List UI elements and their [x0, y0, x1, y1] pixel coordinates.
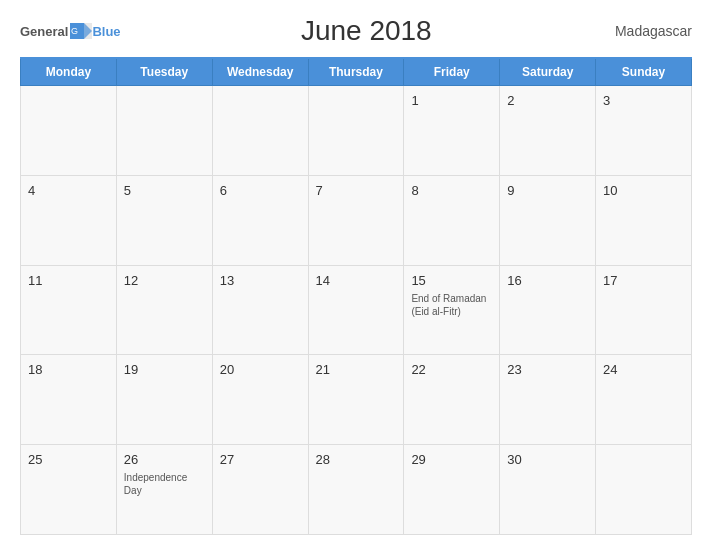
cell-w5-d3: 27: [212, 445, 308, 535]
day-number: 27: [220, 452, 234, 467]
day-number: 8: [411, 183, 418, 198]
cell-w1-d6: 2: [500, 86, 596, 176]
cell-w2-d4: 7: [308, 175, 404, 265]
day-number: 16: [507, 273, 521, 288]
country-label: Madagascar: [612, 23, 692, 39]
logo-blue-text: Blue: [92, 24, 120, 39]
cell-w3-d1: 11: [21, 265, 117, 355]
cell-w2-d5: 8: [404, 175, 500, 265]
day-event: Independence Day: [124, 471, 205, 497]
cell-w1-d1: [21, 86, 117, 176]
logo-flag-icon: G: [70, 23, 92, 39]
day-number: 10: [603, 183, 617, 198]
day-number: 20: [220, 362, 234, 377]
cell-w5-d5: 29: [404, 445, 500, 535]
day-number: 23: [507, 362, 521, 377]
cell-w1-d3: [212, 86, 308, 176]
cell-w4-d5: 22: [404, 355, 500, 445]
day-number: 12: [124, 273, 138, 288]
cell-w1-d4: [308, 86, 404, 176]
day-number: 26: [124, 452, 138, 467]
day-number: 7: [316, 183, 323, 198]
week-row-4: 18192021222324: [21, 355, 692, 445]
cell-w1-d5: 1: [404, 86, 500, 176]
day-number: 14: [316, 273, 330, 288]
cell-w4-d2: 19: [116, 355, 212, 445]
days-header-row: Monday Tuesday Wednesday Thursday Friday…: [21, 58, 692, 86]
cell-w5-d4: 28: [308, 445, 404, 535]
day-number: 6: [220, 183, 227, 198]
svg-text:G: G: [71, 26, 78, 36]
day-number: 13: [220, 273, 234, 288]
cell-w3-d5: 15End of Ramadan (Eid al-Fitr): [404, 265, 500, 355]
day-number: 9: [507, 183, 514, 198]
calendar-table: Monday Tuesday Wednesday Thursday Friday…: [20, 57, 692, 535]
cell-w5-d2: 26Independence Day: [116, 445, 212, 535]
day-number: 17: [603, 273, 617, 288]
cell-w2-d6: 9: [500, 175, 596, 265]
cell-w1-d2: [116, 86, 212, 176]
cell-w3-d6: 16: [500, 265, 596, 355]
day-number: 3: [603, 93, 610, 108]
header-monday: Monday: [21, 58, 117, 86]
cell-w5-d1: 25: [21, 445, 117, 535]
day-number: 30: [507, 452, 521, 467]
day-number: 4: [28, 183, 35, 198]
day-number: 2: [507, 93, 514, 108]
header-tuesday: Tuesday: [116, 58, 212, 86]
day-number: 19: [124, 362, 138, 377]
day-number: 28: [316, 452, 330, 467]
cell-w4-d6: 23: [500, 355, 596, 445]
calendar-page: General G Blue June 2018 Madagascar Mond…: [0, 0, 712, 550]
day-number: 24: [603, 362, 617, 377]
cell-w2-d2: 5: [116, 175, 212, 265]
cell-w2-d7: 10: [596, 175, 692, 265]
cell-w4-d7: 24: [596, 355, 692, 445]
cell-w5-d6: 30: [500, 445, 596, 535]
day-number: 15: [411, 273, 425, 288]
cell-w2-d1: 4: [21, 175, 117, 265]
day-number: 5: [124, 183, 131, 198]
header-thursday: Thursday: [308, 58, 404, 86]
logo-general-text: General: [20, 24, 68, 39]
header-sunday: Sunday: [596, 58, 692, 86]
cell-w4-d4: 21: [308, 355, 404, 445]
week-row-3: 1112131415End of Ramadan (Eid al-Fitr)16…: [21, 265, 692, 355]
cell-w4-d3: 20: [212, 355, 308, 445]
week-row-5: 2526Independence Day27282930: [21, 445, 692, 535]
header-wednesday: Wednesday: [212, 58, 308, 86]
calendar-title: June 2018: [121, 15, 612, 47]
cell-w3-d3: 13: [212, 265, 308, 355]
day-number: 25: [28, 452, 42, 467]
cell-w3-d4: 14: [308, 265, 404, 355]
week-row-1: 123: [21, 86, 692, 176]
week-row-2: 45678910: [21, 175, 692, 265]
header-friday: Friday: [404, 58, 500, 86]
cell-w4-d1: 18: [21, 355, 117, 445]
cell-w3-d2: 12: [116, 265, 212, 355]
cell-w2-d3: 6: [212, 175, 308, 265]
day-event: End of Ramadan (Eid al-Fitr): [411, 292, 492, 318]
day-number: 18: [28, 362, 42, 377]
cell-w1-d7: 3: [596, 86, 692, 176]
day-number: 29: [411, 452, 425, 467]
cell-w3-d7: 17: [596, 265, 692, 355]
day-number: 22: [411, 362, 425, 377]
header: General G Blue June 2018 Madagascar: [20, 15, 692, 47]
day-number: 1: [411, 93, 418, 108]
cell-w5-d7: [596, 445, 692, 535]
header-saturday: Saturday: [500, 58, 596, 86]
logo: General G Blue: [20, 23, 121, 39]
day-number: 11: [28, 273, 42, 288]
day-number: 21: [316, 362, 330, 377]
